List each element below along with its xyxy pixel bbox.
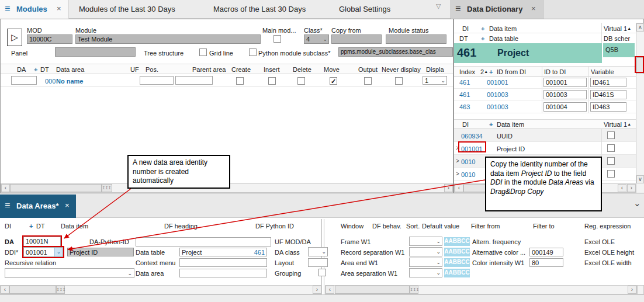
col-dt[interactable]: DT [36, 223, 45, 230]
col-filter-from[interactable]: Filter from [471, 223, 500, 230]
col-reg-expression[interactable]: Reg. expression [584, 223, 631, 230]
scrollbar-thumb[interactable] [10, 184, 102, 192]
da-python-id-field[interactable] [136, 237, 271, 247]
link-variable-field[interactable]: ID463 [590, 102, 626, 112]
col-data-item[interactable]: Data item [61, 223, 88, 230]
copy-from-field[interactable] [331, 34, 382, 44]
df-behav-select[interactable]: ⌄ [409, 237, 442, 246]
di-header-label[interactable]: DI [462, 25, 469, 32]
link-variable-field[interactable]: ID461 [590, 78, 626, 87]
da-id-field[interactable] [11, 76, 37, 85]
virtual-checkbox[interactable] [607, 131, 615, 139]
default-value-swatch[interactable]: AABBCC [444, 258, 470, 267]
insert-checkbox[interactable] [268, 77, 276, 85]
col-pos[interactable]: Pos. [146, 66, 158, 73]
plus-button[interactable]: + [489, 68, 493, 75]
scrollbar-grip[interactable]: III [56, 286, 65, 294]
class-select[interactable]: 4 ⌄ [304, 34, 329, 44]
never-display-checkbox[interactable] [395, 77, 403, 85]
default-value-swatch[interactable]: AABBCC [444, 237, 470, 246]
col-df-python-id[interactable]: DF Python ID [255, 223, 294, 230]
tab-modules[interactable]: ≡ Modules × [0, 0, 69, 19]
panel-field[interactable] [55, 47, 136, 57]
plus-button[interactable]: + [481, 35, 484, 42]
col-df-behav[interactable]: DF behav. [372, 223, 401, 230]
context-menu-field[interactable] [179, 258, 267, 267]
virtual-checkbox[interactable] [607, 144, 615, 152]
close-icon[interactable]: × [531, 4, 536, 13]
data-table-header-label[interactable]: Data table [489, 35, 518, 42]
col-id-from-di[interactable]: ID from DI [497, 68, 526, 75]
scroll-left-icon[interactable]: ‹ [1, 184, 10, 192]
col-index[interactable]: Index [459, 68, 475, 75]
tab-modules-30-days[interactable]: Modules of the Last 30 Days [79, 5, 175, 13]
grouping-checkbox[interactable] [318, 269, 326, 276]
virtual-header-label[interactable]: Virtual 1▲ [604, 121, 631, 128]
plus-button[interactable]: + [34, 66, 37, 73]
df-behav-select[interactable]: ⌄ [409, 258, 442, 267]
areas-right-hscrollbar[interactable]: ‹ III › [325, 285, 637, 294]
scroll-right-icon[interactable]: › [313, 286, 321, 294]
pos-field[interactable] [140, 76, 174, 85]
col-create[interactable]: Create [231, 66, 251, 73]
col-di[interactable]: DI [5, 223, 11, 230]
col-window[interactable]: Window [341, 223, 363, 230]
virtual-checkbox[interactable] [607, 170, 615, 178]
output-checkbox[interactable] [364, 77, 372, 85]
data-item-row[interactable]: 060934 UUID [454, 129, 636, 142]
ddi-select[interactable]: 001001 ⌄ [23, 247, 63, 257]
menu-icon[interactable]: ≡ [455, 4, 461, 14]
col-sort[interactable]: Sort. [406, 223, 420, 230]
recursive-relation-select[interactable]: ⌄ [5, 268, 134, 278]
scroll-left-icon[interactable]: ‹ [455, 184, 463, 192]
scroll-left-icon[interactable]: ‹ [618, 184, 626, 192]
main-module-checkbox[interactable] [273, 35, 281, 43]
python-subclass-field[interactable]: ppms.module_subclasses.base_clas [338, 47, 453, 57]
alternative-color-field[interactable]: 000149 [529, 248, 563, 256]
col-delete[interactable]: Delete [293, 66, 311, 73]
link-id-to-field[interactable]: 001001 [543, 78, 587, 87]
menu-icon[interactable]: ≡ [5, 200, 10, 211]
col-dt[interactable]: DT [40, 66, 49, 73]
col-displa[interactable]: Displa [426, 66, 444, 73]
col-sort[interactable]: 2▲ [480, 68, 488, 75]
data-item-header-label[interactable]: Data item [489, 25, 517, 32]
link-id-to-field[interactable]: 001003 [543, 90, 587, 99]
default-value-swatch[interactable]: AABBCC [444, 269, 470, 277]
tab-data-dictionary[interactable]: ≡ Data Dictionary × [451, 0, 543, 19]
plus-button[interactable]: + [481, 25, 484, 32]
col-variable[interactable]: Variable [591, 68, 614, 75]
selected-data-table-row[interactable]: 461 Project [454, 43, 602, 63]
displa-select[interactable]: 1 ⌄ [423, 76, 447, 85]
scroll-left-icon[interactable]: ‹ [1, 286, 9, 294]
parent-area-field[interactable] [175, 76, 213, 85]
collapse-tabbar-icon[interactable]: ▽ [436, 2, 441, 10]
col-da[interactable]: DA [17, 66, 26, 73]
scroll-down-icon[interactable]: ∨ [636, 175, 644, 183]
virtual-header-label[interactable]: Virtual 1▲ [604, 25, 631, 32]
tab-data-areas[interactable]: ≡ Data Areas* × [0, 195, 76, 218]
data-table-field[interactable]: Project 461 [179, 248, 267, 256]
default-value-swatch[interactable]: AABBCC [444, 248, 470, 256]
delete-checkbox[interactable] [297, 77, 305, 85]
data-area-field[interactable] [179, 269, 267, 277]
col-parent-area[interactable]: Parent area [192, 66, 226, 73]
link-row[interactable]: 463 001003 001004 ID463 [454, 101, 636, 113]
module-name-field[interactable]: Test Module [75, 34, 261, 44]
tab-macros-30-days[interactable]: Macros of the Last 30 Days [213, 5, 306, 13]
row-data-area-name[interactable]: No name [56, 78, 83, 85]
dictionary-vscrollbar[interactable]: ∧ ∨ [636, 23, 644, 193]
dt-header-label[interactable]: DT [459, 35, 468, 42]
col-output[interactable]: Output [358, 66, 378, 73]
layout-field[interactable] [308, 258, 328, 267]
scrollbar-grip[interactable]: III [102, 184, 112, 192]
scrollbar-thumb[interactable] [9, 286, 56, 294]
areas-left-hscrollbar[interactable]: ‹ III › [0, 285, 322, 294]
expand-icon[interactable]: > [456, 158, 459, 164]
da-id-field[interactable]: 10001N [23, 237, 61, 247]
scrollbar-grip[interactable]: III [410, 286, 418, 294]
data-item-header-label[interactable]: Data item [497, 121, 524, 128]
col-data-area[interactable]: Data area [56, 66, 84, 73]
plus-button[interactable]: + [489, 121, 493, 128]
col-id-to-di[interactable]: ID to DI [544, 68, 566, 75]
